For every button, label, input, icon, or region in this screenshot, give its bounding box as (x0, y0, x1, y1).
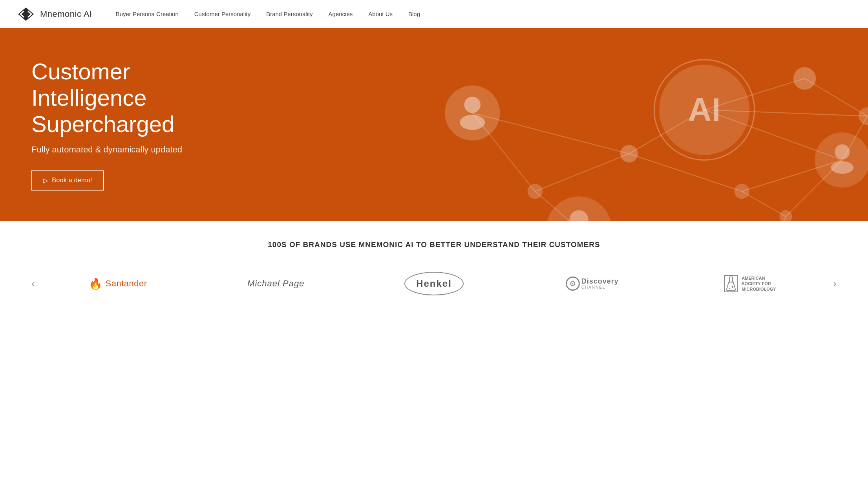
svg-point-7 (460, 115, 485, 130)
svg-point-15 (835, 144, 850, 159)
brand-item-asm: AMERICANSOCIETY FORMICROBIOLOGY (675, 271, 826, 296)
brands-section: 100S OF BRANDS USE MNEMONIC AI TO BETTER… (0, 221, 868, 323)
asm-icon (724, 275, 738, 292)
carousel-prev-button[interactable]: ‹ (24, 278, 43, 290)
brand-item-santander: 🔥 Santander (43, 273, 193, 294)
svg-rect-45 (729, 277, 733, 282)
logo-link[interactable]: Mnemonic AI (16, 6, 92, 22)
brand-item-discovery: ⊙ Discovery CHANNEL (517, 273, 667, 295)
nav-item-brand-personality[interactable]: Brand Personality (266, 11, 312, 17)
brand-item-michael-page: Michael Page (201, 275, 351, 293)
nav-item-blog[interactable]: Blog (408, 11, 420, 17)
hero-content: Customer Intelligence Supercharged Fully… (0, 35, 275, 214)
hero-network-illustration: AI (316, 28, 868, 221)
hero-subtitle: Fully automated & dynamically updated (31, 145, 243, 155)
hero-section: AI (0, 28, 868, 221)
santander-text: Santander (106, 278, 147, 289)
carousel-next-button[interactable]: › (825, 278, 844, 290)
nav-item-buyer-persona[interactable]: Buyer Persona Creation (116, 11, 179, 17)
henkel-text: Henkel (416, 278, 452, 289)
nav-item-customer-personality[interactable]: Customer Personality (194, 11, 250, 17)
discovery-text-block: Discovery CHANNEL (581, 278, 619, 290)
brands-list: 🔥 Santander Michael Page Henkel ⊙ Di (43, 268, 826, 299)
asm-flask-icon (725, 277, 736, 291)
santander-flame-icon: 🔥 (89, 277, 102, 290)
svg-point-47 (729, 288, 730, 289)
book-demo-icon: ▷ (43, 177, 48, 184)
brand-item-henkel: Henkel (359, 268, 509, 299)
brands-carousel: ‹ 🔥 Santander Michael Page Henkel (24, 268, 844, 299)
discovery-channel-sub: CHANNEL (581, 285, 619, 289)
nav-links: Buyer Persona Creation Customer Personal… (116, 11, 852, 18)
michael-page-text: Michael Page (247, 278, 304, 289)
svg-point-46 (732, 286, 734, 288)
discovery-d-icon: ⊙ (566, 277, 580, 291)
asm-text: AMERICANSOCIETY FORMICROBIOLOGY (742, 275, 776, 292)
book-demo-button[interactable]: ▷ Book a demo! (31, 170, 104, 191)
brands-heading: 100S OF BRANDS USE MNEMONIC AI TO BETTER… (24, 240, 844, 249)
henkel-oval: Henkel (404, 272, 464, 295)
discovery-channel-text: Discovery (581, 278, 619, 286)
santander-logo: 🔥 Santander (89, 277, 147, 290)
hero-title: Customer Intelligence Supercharged (31, 59, 243, 137)
logo-text: Mnemonic AI (40, 9, 92, 19)
asm-logo: AMERICANSOCIETY FORMICROBIOLOGY (724, 275, 776, 292)
logo-icon (16, 6, 36, 22)
nav-item-about-us[interactable]: About Us (368, 11, 393, 17)
book-demo-label: Book a demo! (52, 177, 92, 184)
main-nav: Mnemonic AI Buyer Persona Creation Custo… (0, 0, 868, 28)
discovery-logo: ⊙ Discovery CHANNEL (566, 277, 619, 291)
svg-point-6 (464, 97, 481, 113)
svg-rect-1 (316, 28, 868, 221)
nav-item-agencies[interactable]: Agencies (329, 11, 353, 17)
